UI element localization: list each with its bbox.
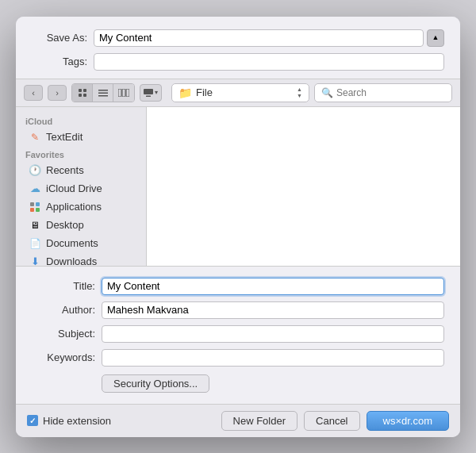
- svg-rect-0: [79, 89, 82, 92]
- view-gallery-button[interactable]: ▾: [140, 84, 162, 102]
- location-down-icon: ▼: [297, 93, 302, 98]
- chevron-up-icon: ▲: [432, 34, 440, 41]
- svg-rect-5: [98, 92, 108, 94]
- svg-rect-11: [146, 95, 151, 97]
- gallery-icon: [144, 89, 153, 97]
- bottom-actions: New Folder Cancel ws×dr.com: [221, 411, 449, 431]
- location-up-icon: ▲: [297, 86, 302, 92]
- new-folder-button[interactable]: New Folder: [221, 411, 298, 431]
- hide-extension-checkbox[interactable]: ✓: [27, 415, 38, 426]
- textedit-icon: ✎: [29, 131, 41, 144]
- save-dialog: Save As: ▲ Tags: ‹ ›: [16, 17, 460, 437]
- sidebar-item-applications-label: Applications: [46, 201, 102, 213]
- sidebar-item-icloud-drive-label: iCloud Drive: [46, 182, 102, 194]
- svg-rect-14: [30, 208, 34, 212]
- tags-label: Tags:: [32, 56, 87, 67]
- keywords-row: Keywords:: [32, 349, 444, 367]
- sidebar-item-downloads-label: Downloads: [46, 255, 97, 266]
- save-input-wrapper: ▲: [94, 29, 444, 47]
- svg-rect-15: [36, 208, 40, 212]
- svg-rect-12: [30, 202, 34, 206]
- save-as-input[interactable]: [94, 29, 424, 47]
- sidebar-item-recents-label: Recents: [46, 164, 84, 176]
- folder-icon: 📁: [178, 86, 192, 99]
- author-input[interactable]: [102, 301, 444, 319]
- svg-rect-1: [83, 89, 86, 92]
- save-as-label: Save As:: [32, 32, 87, 44]
- hide-extension-label: Hide extension: [43, 415, 111, 427]
- security-row: Security Options...: [32, 373, 444, 396]
- toolbar: ‹ ›: [16, 79, 460, 107]
- subject-label: Subject:: [32, 328, 95, 340]
- top-section: Save As: ▲ Tags:: [16, 17, 460, 79]
- location-label: File: [196, 86, 293, 98]
- content-area: [147, 107, 460, 266]
- author-row: Author:: [32, 301, 444, 319]
- search-box[interactable]: 🔍: [314, 83, 452, 102]
- list-icon: [98, 89, 108, 97]
- search-input[interactable]: [336, 87, 445, 98]
- security-options-button[interactable]: Security Options...: [102, 374, 209, 393]
- forward-button[interactable]: ›: [48, 85, 67, 101]
- location-selector[interactable]: 📁 File ▲ ▼: [171, 83, 309, 102]
- view-list-button[interactable]: [93, 84, 113, 102]
- save-button[interactable]: ws×dr.com: [367, 411, 450, 431]
- sidebar-item-textedit[interactable]: ✎ TextEdit: [19, 129, 143, 146]
- title-row: Title:: [32, 278, 444, 295]
- keywords-label: Keywords:: [32, 351, 95, 363]
- back-button[interactable]: ‹: [24, 85, 43, 101]
- view-columns-button[interactable]: [113, 84, 134, 102]
- applications-icon: [29, 201, 41, 213]
- tags-row: Tags:: [32, 53, 444, 71]
- documents-icon: 📄: [29, 237, 41, 250]
- sidebar-item-downloads[interactable]: ⬇ Downloads: [19, 253, 143, 266]
- tags-input[interactable]: [94, 53, 444, 71]
- favorites-section-label: Favorites: [16, 147, 146, 161]
- author-label: Author:: [32, 304, 95, 316]
- grid-icon: [78, 88, 87, 98]
- sidebar: iCloud ✎ TextEdit Favorites 🕐 Recents ☁ …: [16, 107, 147, 266]
- search-icon: 🔍: [321, 87, 333, 98]
- bottom-bar: ✓ Hide extension New Folder Cancel ws×dr…: [16, 404, 460, 437]
- sidebar-item-applications[interactable]: Applications: [19, 198, 143, 216]
- hide-extension-group: ✓ Hide extension: [27, 415, 221, 427]
- subject-row: Subject:: [32, 325, 444, 343]
- gallery-arrow-icon: ▾: [155, 89, 158, 96]
- sidebar-item-documents-label: Documents: [46, 237, 98, 249]
- save-as-row: Save As: ▲: [32, 29, 444, 47]
- sidebar-item-desktop-label: Desktop: [46, 219, 84, 231]
- svg-rect-10: [144, 89, 153, 94]
- svg-rect-8: [122, 89, 125, 97]
- keywords-input[interactable]: [102, 349, 444, 367]
- sidebar-item-textedit-label: TextEdit: [46, 131, 83, 143]
- desktop-icon: 🖥: [29, 219, 41, 232]
- svg-rect-4: [98, 90, 108, 91]
- icloud-section-label: iCloud: [16, 113, 146, 128]
- view-icon-button[interactable]: [72, 84, 93, 102]
- checkmark-icon: ✓: [29, 417, 36, 425]
- cancel-button[interactable]: Cancel: [304, 411, 359, 431]
- sidebar-item-desktop[interactable]: 🖥 Desktop: [19, 217, 143, 234]
- svg-rect-3: [83, 94, 86, 97]
- subject-input[interactable]: [102, 325, 444, 343]
- sidebar-item-recents[interactable]: 🕐 Recents: [19, 162, 143, 179]
- sidebar-item-documents[interactable]: 📄 Documents: [19, 235, 143, 252]
- recents-icon: 🕐: [29, 164, 41, 177]
- icloud-drive-icon: ☁: [29, 182, 41, 195]
- location-arrows: ▲ ▼: [297, 86, 302, 98]
- form-section: Title: Author: Subject: Keywords: Securi…: [16, 266, 460, 404]
- view-buttons: [71, 83, 135, 102]
- columns-icon: [118, 89, 129, 97]
- title-label: Title:: [32, 280, 95, 292]
- svg-rect-7: [118, 89, 121, 97]
- main-area: iCloud ✎ TextEdit Favorites 🕐 Recents ☁ …: [16, 107, 460, 266]
- svg-rect-9: [126, 89, 129, 97]
- title-input[interactable]: [102, 278, 444, 295]
- sidebar-item-icloud-drive[interactable]: ☁ iCloud Drive: [19, 180, 143, 198]
- save-as-chevron-button[interactable]: ▲: [427, 29, 444, 47]
- svg-rect-13: [36, 202, 40, 206]
- downloads-icon: ⬇: [29, 255, 41, 266]
- svg-rect-2: [79, 94, 82, 97]
- svg-rect-6: [98, 95, 108, 97]
